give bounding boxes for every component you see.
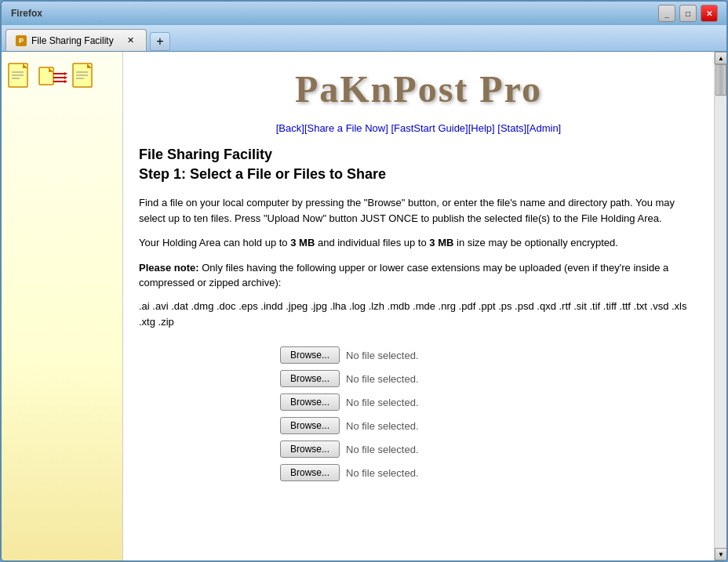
please-note-text: Only files having the following upper or… [139,262,668,289]
file-row-1: Browse... No file selected. [280,346,419,364]
holding-text-2: and individual files up to [318,237,427,248]
scrollbar[interactable]: ▲ ▼ [714,52,726,560]
nav-links: [Back][Share a File Now] [FastStart Guid… [139,122,698,134]
sidebar-arrow-icon [38,63,67,92]
file-row-4: Browse... No file selected. [280,417,419,434]
browse-button-2[interactable]: Browse... [280,370,340,387]
scroll-thumb[interactable] [715,64,726,96]
sidebar [2,52,123,560]
sidebar-doc-icon-left [8,63,33,92]
please-note: Please note: Only files having the follo… [139,260,698,291]
file-row-5: Browse... No file selected. [280,441,419,458]
file-label-2: No file selected. [346,373,419,385]
tab-label: File Sharing Facility [31,35,114,46]
sidebar-icons [8,63,97,92]
file-label-1: No file selected. [346,350,419,361]
logo-container: PaKnPost Pro [139,63,698,114]
nav-back[interactable]: [Back] [276,122,304,134]
holding-text-3: in size may be optionally encrypted. [457,237,618,248]
browse-button-3[interactable]: Browse... [280,393,340,411]
tab-favicon: P [16,35,27,46]
browse-button-4[interactable]: Browse... [280,417,340,434]
nav-faststart[interactable]: [FastStart Guide] [391,122,468,134]
nav-help[interactable]: [Help] [468,122,495,134]
tab-bar: P File Sharing Facility ✕ + [2,25,726,52]
file-label-6: No file selected. [346,467,419,479]
file-row-6: Browse... No file selected. [280,464,419,481]
browser-name: Firefox [11,8,42,19]
holding-bold-2: 3 MB [429,237,453,248]
holding-bold-1: 3 MB [290,237,315,248]
holding-area-text: Your Holding Area can hold up to 3 MB an… [139,235,698,251]
browse-button-1[interactable]: Browse... [280,346,340,364]
browser-body: PaKnPost Pro [Back][Share a File Now] [F… [2,52,726,560]
page-subtitle: Step 1: Select a File or Files to Share [139,166,698,183]
file-label-5: No file selected. [346,444,419,455]
browse-button-5[interactable]: Browse... [280,441,340,458]
main-content: PaKnPost Pro [Back][Share a File Now] [F… [123,52,714,560]
tab-close-button[interactable]: ✕ [124,34,136,47]
svg-marker-7 [64,72,67,75]
scroll-up-button[interactable]: ▲ [715,52,726,64]
file-row-3: Browse... No file selected. [280,393,419,411]
logo-text: PaKnPost Pro [295,68,542,110]
maximize-button[interactable]: □ [679,5,697,22]
sidebar-doc-icon-right [72,63,97,92]
browser-window: Firefox _ □ ✕ P File Sharing Facility ✕ … [0,0,728,562]
new-tab-button[interactable]: + [150,32,170,51]
minimize-button[interactable]: _ [658,5,675,22]
nav-admin[interactable]: [Admin] [526,122,561,134]
page-title: File Sharing Facility [139,147,698,163]
extensions-list: .ai .avi .dat .dmg .doc .eps .indd .jpeg… [139,299,698,332]
scroll-track [715,64,726,548]
file-row-2: Browse... No file selected. [280,370,419,387]
content-area: PaKnPost Pro [Back][Share a File Now] [F… [123,52,726,560]
file-label-4: No file selected. [346,420,419,432]
file-label-3: No file selected. [346,397,419,408]
nav-stats[interactable]: [Stats] [497,122,526,134]
file-inputs-section: Browse... No file selected. Browse... No… [139,346,698,481]
close-button[interactable]: ✕ [701,5,718,22]
nav-share[interactable]: [Share a File Now] [304,122,388,134]
svg-marker-8 [64,76,67,79]
holding-text-1: Your Holding Area can hold up to [139,237,288,248]
active-tab[interactable]: P File Sharing Facility ✕ [5,29,147,51]
description-text: Find a file on your local computer by pr… [139,195,698,226]
scroll-down-button[interactable]: ▼ [715,548,726,560]
window-controls: _ □ ✕ [658,5,720,22]
please-note-label: Please note: [139,262,199,274]
titlebar: Firefox _ □ ✕ [2,2,726,25]
browse-button-6[interactable]: Browse... [280,464,340,481]
